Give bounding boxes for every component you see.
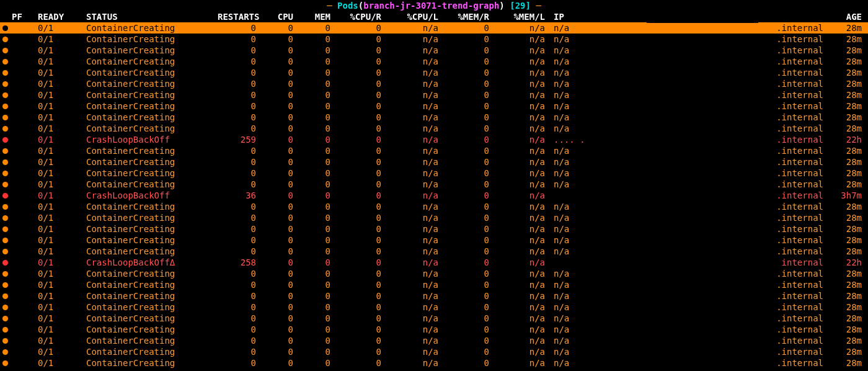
table-row[interactable]: 0/1ContainerCreating0000n/a0n/an/a.inter… xyxy=(0,56,868,67)
cell-memr: 0 xyxy=(453,45,504,56)
table-row[interactable]: 0/1ContainerCreating0000n/a0n/an/a.inter… xyxy=(0,112,868,123)
cell-ip: n/a xyxy=(550,89,730,101)
table-row[interactable]: 0/1ContainerCreating0000n/a0n/an/a.inter… xyxy=(0,89,868,101)
col-meml: %MEM/L xyxy=(504,11,550,22)
status-dot-icon xyxy=(2,293,8,299)
table-row[interactable]: 0/1ContainerCreating0000n/a0n/an/a.inter… xyxy=(0,246,868,257)
table-row[interactable]: 0/1CrashLoopBackOff36000n/a0n/a.internal… xyxy=(0,190,868,201)
cell-node: .internal xyxy=(730,78,831,89)
status-dot-icon xyxy=(2,271,8,277)
cell-mem: 0 xyxy=(308,257,345,268)
cell-ready: 0/1 xyxy=(38,346,86,357)
table-row[interactable]: 0/1ContainerCreating0000n/a0n/an/a.inter… xyxy=(0,290,868,302)
cell-meml: n/a xyxy=(504,134,550,145)
table-row[interactable]: 0/1ContainerCreating0000n/a0n/an/a.inter… xyxy=(0,335,868,346)
cell-node: .internal xyxy=(730,156,831,168)
cell-age: 28m xyxy=(831,34,868,45)
table-row[interactable]: 0/1ContainerCreating0000n/a0n/an/a.inter… xyxy=(0,67,868,78)
cell-node: .internal xyxy=(730,56,831,67)
cell-status: ContainerCreating xyxy=(86,335,218,346)
table-row[interactable]: 0/1ContainerCreating0000n/a0n/an/a.inter… xyxy=(0,302,868,313)
cell-age: 22h xyxy=(831,134,868,145)
cell-status: ContainerCreating xyxy=(86,235,218,246)
cell-ready: 0/1 xyxy=(38,212,86,223)
cell-age: 28m xyxy=(831,223,868,235)
cell-restarts: 0 xyxy=(218,156,271,168)
table-row[interactable]: 0/1ContainerCreating0000n/a0n/an/a.inter… xyxy=(0,346,868,357)
cell-ip: n/a xyxy=(550,290,730,302)
cell-status: ContainerCreating xyxy=(86,223,218,235)
table-row[interactable]: 0/1ContainerCreating0000n/a0n/an/a.inter… xyxy=(0,101,868,112)
table-row[interactable]: 0/1ContainerCreating0000n/a0n/an/a.inter… xyxy=(0,78,868,89)
cell-memr: 0 xyxy=(453,190,504,201)
table-row[interactable]: 0/1ContainerCreating0000n/a0n/an/a.inter… xyxy=(0,34,868,45)
cell-restarts: 0 xyxy=(218,78,271,89)
cell-ip: n/a xyxy=(550,313,730,324)
cell-cpu: 0 xyxy=(271,279,308,290)
cell-memr: 0 xyxy=(453,335,504,346)
status-dot-icon xyxy=(2,48,8,53)
cell-memr: 0 xyxy=(453,156,504,168)
table-row[interactable]: 0/1ContainerCreating0000n/a0n/an/a.inter… xyxy=(0,212,868,223)
cell-age: 28m xyxy=(831,101,868,112)
table-row[interactable]: 0/1CrashLoopBackOff259000n/a0n/a .... ..… xyxy=(0,134,868,145)
status-dot-icon xyxy=(2,282,8,288)
table-row[interactable]: 0/1ContainerCreating0000n/a0n/an/a.inter… xyxy=(0,123,868,134)
table-row[interactable]: 0/1ContainerCreating0000n/a0n/an/a.inter… xyxy=(0,156,868,168)
cell-meml: n/a xyxy=(504,324,550,335)
cell-cpul: n/a xyxy=(396,302,453,313)
col-cpul: %CPU/L xyxy=(396,11,453,22)
table-row[interactable]: 0/1ContainerCreating0000n/a0n/an/a.inter… xyxy=(0,45,868,56)
cell-mem: 0 xyxy=(308,212,345,223)
cell-mem: 0 xyxy=(308,112,345,123)
cell-cpur: 0 xyxy=(345,78,396,89)
cell-cpur: 0 xyxy=(345,279,396,290)
table-row[interactable]: 0/1CrashLoopBackOffΔ258000n/a0n/ainterna… xyxy=(0,257,868,268)
table-row[interactable]: 0/1ContainerCreating0000n/a0n/an/a.inter… xyxy=(0,357,868,369)
cell-cpu: 0 xyxy=(271,34,308,45)
table-row[interactable]: 0/1ContainerCreating0000n/a0n/an/a.inter… xyxy=(0,145,868,156)
cell-ip: n/a xyxy=(550,246,730,257)
cell-age: 28m xyxy=(831,212,868,223)
table-row[interactable]: 0/1ContainerCreating0000n/a0n/an/a.inter… xyxy=(0,313,868,324)
cell-meml: n/a xyxy=(504,223,550,235)
cell-age: 28m xyxy=(831,179,868,190)
cell-cpu: 0 xyxy=(271,223,308,235)
cell-ip: n/a xyxy=(550,78,730,89)
table-row[interactable]: 0/1ContainerCreating0000n/a0n/an/a.inter… xyxy=(0,324,868,335)
cell-ready: 0/1 xyxy=(38,290,86,302)
table-row[interactable]: 0/1ContainerCreating0000n/a0n/an/a.inter… xyxy=(0,235,868,246)
cell-cpul: n/a xyxy=(396,357,453,369)
cell-ready: 0/1 xyxy=(38,56,86,67)
status-dot-icon xyxy=(2,126,8,132)
cell-mem: 0 xyxy=(308,313,345,324)
cell-node: .internal xyxy=(730,112,831,123)
table-row[interactable]: 0/1ContainerCreating0000n/a0n/an/a.inter… xyxy=(0,268,868,279)
table-row[interactable]: 0/1ContainerCreating0000n/a0n/an/a.inter… xyxy=(0,223,868,235)
cell-cpu: 0 xyxy=(271,346,308,357)
cell-restarts: 0 xyxy=(218,112,271,123)
cell-ip: n/a xyxy=(550,235,730,246)
table-row[interactable]: 0/1ContainerCreating0000n/a0n/an/a.inter… xyxy=(0,22,868,34)
cell-meml: n/a xyxy=(504,67,550,78)
cell-cpur: 0 xyxy=(345,201,396,212)
cell-ip: n/a xyxy=(550,156,730,168)
cell-cpur: 0 xyxy=(345,190,396,201)
cell-cpu: 0 xyxy=(271,268,308,279)
cell-ready: 0/1 xyxy=(38,179,86,190)
table-row[interactable]: 0/1ContainerCreating0000n/a0n/an/a.inter… xyxy=(0,179,868,190)
table-row[interactable]: 0/1ContainerCreating0000n/a0n/an/a.inter… xyxy=(0,201,868,212)
cell-cpur: 0 xyxy=(345,246,396,257)
table-row[interactable]: 0/1ContainerCreating0000n/a0n/an/a.inter… xyxy=(0,168,868,179)
cell-restarts: 0 xyxy=(218,302,271,313)
cell-mem: 0 xyxy=(308,346,345,357)
cell-cpur: 0 xyxy=(345,313,396,324)
cell-meml: n/a xyxy=(504,179,550,190)
cell-age: 28m xyxy=(831,112,868,123)
cell-mem: 0 xyxy=(308,134,345,145)
cell-cpu: 0 xyxy=(271,179,308,190)
cell-ready: 0/1 xyxy=(38,34,86,45)
cell-cpul: n/a xyxy=(396,134,453,145)
table-row[interactable]: 0/1ContainerCreating0000n/a0n/an/a.inter… xyxy=(0,279,868,290)
cell-restarts: 0 xyxy=(218,235,271,246)
